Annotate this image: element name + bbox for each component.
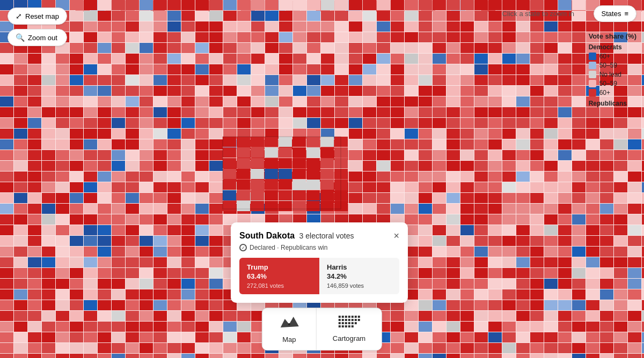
dem-60-swatch bbox=[589, 53, 596, 60]
legend-rep-50: 50–59 bbox=[589, 80, 636, 87]
svg-rect-68 bbox=[341, 325, 343, 327]
popup-header: South Dakota 3 electoral votes × bbox=[239, 231, 399, 241]
popup-state-name: South Dakota bbox=[239, 231, 295, 240]
map-button[interactable]: Map bbox=[262, 308, 317, 350]
popup-close-button[interactable]: × bbox=[393, 231, 399, 241]
svg-rect-47 bbox=[338, 316, 340, 318]
svg-rect-66 bbox=[354, 322, 356, 324]
declared-text: Declared · Republicans win bbox=[250, 244, 327, 251]
svg-rect-69 bbox=[345, 325, 347, 327]
click-hint: Click a state to zoom in bbox=[502, 10, 574, 18]
reset-icon: ⤢ bbox=[16, 12, 22, 20]
svg-rect-65 bbox=[351, 322, 353, 324]
zoom-out-button[interactable]: 🔍 Zoom out bbox=[8, 29, 67, 46]
trump-pct: 63.4% bbox=[247, 272, 312, 280]
candidate-trump: Trump 63.4% 272,081 votes bbox=[239, 258, 319, 294]
dem-50-label: 50–59 bbox=[599, 62, 617, 69]
svg-point-46 bbox=[288, 323, 290, 325]
svg-rect-71 bbox=[351, 325, 353, 327]
states-label: States bbox=[602, 10, 621, 18]
svg-rect-49 bbox=[345, 316, 347, 318]
svg-rect-61 bbox=[338, 322, 340, 324]
popup-declared: ✓ Declared · Republicans win bbox=[239, 244, 399, 251]
rep-60-label: 60+ bbox=[599, 89, 610, 96]
harris-pct: 34.2% bbox=[327, 272, 392, 280]
popup-title: South Dakota 3 electoral votes bbox=[239, 231, 354, 241]
map-selector: Map bbox=[262, 308, 382, 350]
legend-dem-title: Democrats bbox=[589, 43, 636, 51]
svg-rect-63 bbox=[345, 322, 347, 324]
trump-votes: 272,081 votes bbox=[247, 282, 312, 289]
top-controls: ⤢ Reset map 🔍 Zoom out bbox=[8, 8, 67, 46]
map-canvas bbox=[0, 0, 644, 358]
svg-rect-55 bbox=[341, 319, 343, 321]
trump-name: Trump bbox=[247, 263, 312, 271]
svg-rect-48 bbox=[341, 316, 343, 318]
svg-rect-67 bbox=[338, 325, 340, 327]
zoom-out-label: Zoom out bbox=[28, 34, 57, 42]
rep-50-label: 50–59 bbox=[599, 80, 617, 87]
popup-electoral: 3 electoral votes bbox=[299, 232, 354, 240]
dem-60-label: 60+ bbox=[599, 53, 610, 60]
svg-rect-60 bbox=[357, 319, 360, 321]
svg-rect-54 bbox=[338, 319, 340, 321]
state-popup: South Dakota 3 electoral votes × ✓ Decla… bbox=[231, 222, 408, 303]
legend-no-lead: No lead bbox=[589, 71, 636, 78]
svg-rect-51 bbox=[351, 316, 353, 318]
dem-50-swatch bbox=[589, 62, 596, 69]
popup-candidates: Trump 63.4% 272,081 votes Harris 34.2% 1… bbox=[239, 258, 399, 294]
map-icon bbox=[279, 315, 300, 332]
reset-map-label: Reset map bbox=[25, 12, 59, 20]
states-button[interactable]: States ≡ bbox=[594, 5, 636, 22]
harris-votes: 146,859 votes bbox=[327, 282, 392, 289]
no-lead-label: No lead bbox=[599, 71, 621, 78]
svg-rect-57 bbox=[348, 319, 350, 321]
rep-60-swatch bbox=[589, 89, 596, 96]
legend-rep-title: Republicans bbox=[589, 100, 636, 107]
map-label: Map bbox=[282, 335, 296, 344]
svg-rect-62 bbox=[341, 322, 343, 324]
legend-dem-60: 60+ bbox=[589, 53, 636, 60]
svg-rect-59 bbox=[354, 319, 356, 321]
candidate-harris: Harris 34.2% 146,859 votes bbox=[319, 258, 399, 294]
svg-rect-52 bbox=[354, 316, 356, 318]
cartogram-button[interactable]: Cartogram bbox=[317, 308, 382, 350]
rep-50-swatch bbox=[589, 80, 596, 87]
legend: Vote share (%) Democrats 60+ 50–59 No le… bbox=[589, 32, 636, 107]
cartogram-label: Cartogram bbox=[333, 334, 365, 342]
legend-title: Vote share (%) bbox=[589, 32, 636, 40]
svg-rect-64 bbox=[348, 322, 350, 324]
reset-map-button[interactable]: ⤢ Reset map bbox=[8, 8, 67, 25]
cartogram-icon bbox=[337, 315, 361, 331]
harris-name: Harris bbox=[327, 263, 392, 271]
svg-rect-70 bbox=[348, 325, 350, 327]
svg-rect-50 bbox=[348, 316, 350, 318]
map-container[interactable] bbox=[0, 0, 644, 358]
menu-icon: ≡ bbox=[624, 10, 628, 18]
svg-rect-53 bbox=[357, 316, 360, 318]
svg-rect-58 bbox=[351, 319, 353, 321]
legend-rep-60: 60+ bbox=[589, 89, 636, 96]
legend-dem-50: 50–59 bbox=[589, 62, 636, 69]
svg-rect-56 bbox=[345, 319, 347, 321]
zoom-out-icon: 🔍 bbox=[16, 33, 25, 42]
declared-icon: ✓ bbox=[239, 244, 247, 251]
no-lead-swatch bbox=[589, 71, 596, 78]
